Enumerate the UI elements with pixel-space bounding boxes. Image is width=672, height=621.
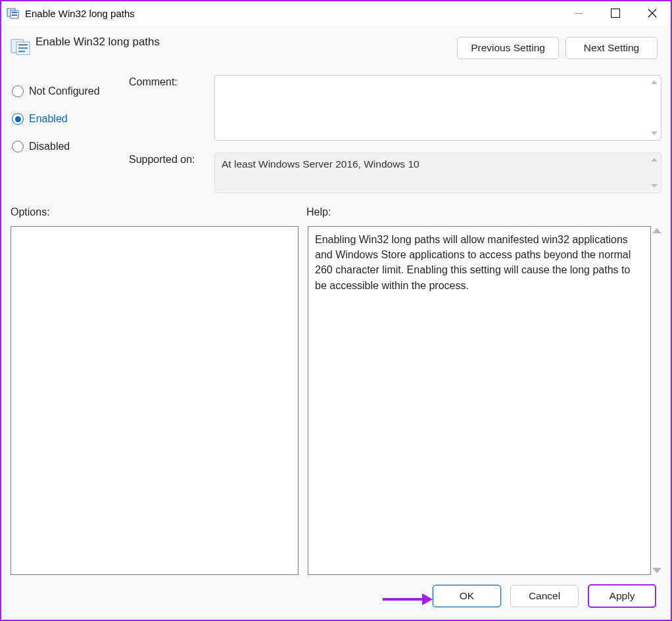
header-row: Enable Win32 long paths Previous Setting… [11, 35, 661, 59]
svg-rect-2 [12, 12, 17, 13]
svg-marker-14 [651, 184, 658, 188]
scroll-down-icon[interactable] [648, 129, 660, 138]
radio-label: Not Configured [29, 85, 100, 97]
apply-button[interactable]: Apply [588, 584, 656, 608]
radio-disabled[interactable]: Disabled [12, 133, 129, 160]
svg-rect-10 [18, 51, 25, 53]
policy-icon [11, 37, 30, 57]
supported-textarea: At least Windows Server 2016, Windows 10 [214, 152, 661, 193]
dialog-body: Enable Win32 long paths Previous Setting… [1, 25, 671, 620]
titlebar: Enable Win32 long paths [1, 1, 671, 25]
scroll-up-icon[interactable] [648, 155, 660, 164]
scroll-up-icon[interactable] [648, 78, 660, 87]
radio-enabled[interactable]: Enabled [12, 105, 129, 133]
fields-grid: Comment: Supported on: At least Windows … [129, 75, 661, 193]
svg-marker-13 [651, 158, 658, 162]
comment-label: Comment: [129, 75, 214, 88]
radio-not-configured[interactable]: Not Configured [12, 78, 129, 105]
previous-setting-button[interactable]: Previous Setting [457, 37, 559, 59]
svg-rect-3 [12, 14, 17, 16]
state-radio-group: Not Configured Enabled Disabled [11, 75, 129, 193]
scroll-down-icon[interactable] [648, 181, 660, 191]
svg-marker-12 [651, 131, 658, 135]
options-panel[interactable] [11, 226, 299, 575]
window-title: Enable Win32 long paths [25, 8, 135, 19]
help-label: Help: [306, 206, 331, 218]
radio-icon [12, 141, 24, 152]
ok-button[interactable]: OK [433, 585, 501, 607]
help-panel[interactable]: Enabling Win32 long paths will allow man… [308, 226, 651, 575]
help-scrollbar[interactable] [651, 226, 661, 575]
options-label: Options: [11, 206, 306, 218]
panels-row: Enabling Win32 long paths will allow man… [11, 226, 661, 575]
policy-editor-window: Enable Win32 long paths Enable Win32 lon… [0, 0, 672, 621]
radio-icon [12, 113, 24, 125]
annotation-arrow-icon [383, 593, 433, 605]
svg-rect-8 [18, 44, 28, 46]
policy-title: Enable Win32 long paths [36, 35, 160, 49]
maximize-button[interactable] [597, 1, 634, 25]
radio-icon [12, 85, 24, 97]
next-setting-button[interactable]: Next Setting [565, 37, 658, 59]
comment-wrap [214, 75, 661, 141]
svg-marker-15 [652, 228, 661, 233]
radio-label: Disabled [29, 141, 70, 152]
svg-marker-16 [652, 568, 661, 573]
comment-textarea[interactable] [214, 75, 661, 141]
minimize-button[interactable] [560, 1, 597, 25]
supported-wrap: At least Windows Server 2016, Windows 10 [214, 152, 661, 193]
app-icon [7, 7, 20, 20]
svg-marker-11 [651, 80, 658, 84]
supported-label: Supported on: [129, 152, 214, 166]
dialog-footer: OK Cancel Apply [11, 575, 661, 614]
config-section: Not Configured Enabled Disabled Comment: [11, 75, 661, 193]
scroll-up-icon[interactable] [652, 226, 661, 235]
cancel-button[interactable]: Cancel [510, 585, 579, 607]
scroll-down-icon[interactable] [652, 566, 661, 575]
close-button[interactable] [634, 1, 671, 25]
radio-label: Enabled [29, 113, 68, 125]
panel-labels: Options: Help: [11, 206, 661, 218]
svg-rect-9 [18, 47, 28, 49]
help-wrap: Enabling Win32 long paths will allow man… [308, 226, 661, 575]
